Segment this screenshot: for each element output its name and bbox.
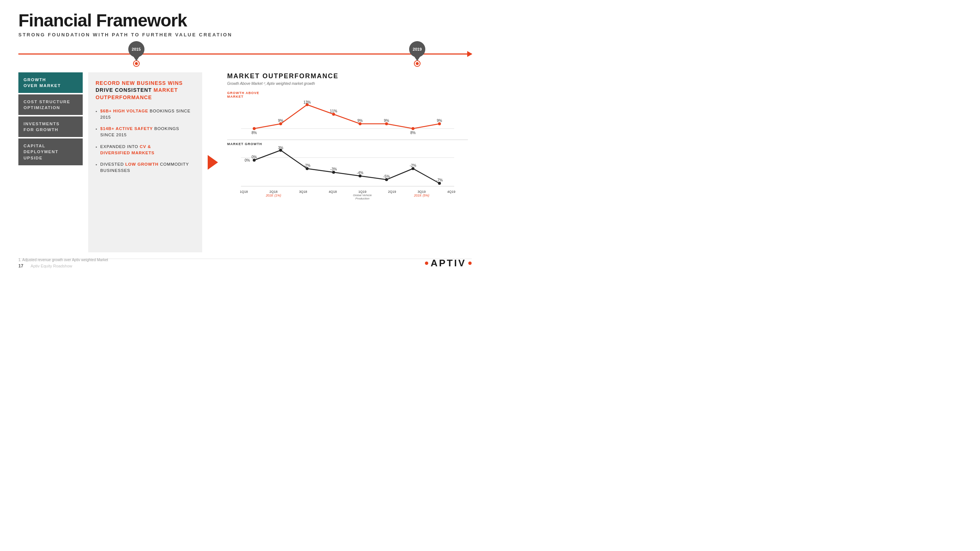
pin-dot-2015	[134, 61, 139, 66]
sidebar: GROWTHOVER MARKET COST STRUCTUREOPTIMIZA…	[18, 72, 83, 252]
x-sublabel-empty4	[377, 194, 407, 200]
bullet-highlight-4: LOW GROWTH	[125, 162, 158, 167]
chart-dot	[438, 122, 441, 125]
chart-title: MARKET OUTPERFORMANCE	[227, 72, 468, 80]
chart-divider	[227, 140, 468, 140]
x-labels: 1Q18 2Q18 3Q18 4Q18 1Q19 2Q19 3Q19 4Q19	[227, 190, 468, 194]
sub-title: STRONG FOUNDATION WITH PATH TO FURTHER V…	[18, 32, 472, 38]
timeline-pin-2015: 2015	[128, 41, 145, 66]
svg-text:9%: 9%	[437, 119, 442, 123]
svg-text:0%: 0%	[245, 158, 250, 162]
svg-text:-2%: -2%	[304, 164, 310, 167]
x-label-3q19: 3Q19	[407, 190, 437, 194]
chart-dot	[253, 127, 256, 130]
svg-text:8%: 8%	[251, 131, 257, 135]
footer-left: 1. Adjusted revenue growth over Aptiv we…	[18, 258, 108, 268]
pin-dot-2019	[415, 61, 420, 66]
sidebar-item-capital[interactable]: CAPITAL DEPLOYMENTUPSIDE	[18, 138, 83, 165]
chart-dot	[385, 122, 388, 125]
bullet-item-3: EXPANDED INTO CV &DIVERSIFIED MARKETS	[95, 144, 195, 157]
sidebar-item-growth[interactable]: GROWTHOVER MARKET	[18, 72, 83, 93]
market-dot	[438, 182, 441, 185]
middle-title-dark: DRIVE CONSISTENT MARKETOUTPERFORMANCE	[95, 87, 178, 100]
chart-dot	[279, 122, 282, 125]
pin-label-2019: 2019	[409, 41, 425, 57]
x-sublabel-empty2	[288, 194, 318, 200]
footer: 1. Adjusted revenue growth over Aptiv we…	[18, 257, 472, 269]
bullet-highlight-1: $6B+ HIGH VOLTAGE	[100, 109, 148, 113]
chart-area: GROWTH ABOVEMARKET	[227, 91, 468, 200]
svg-text:-7%: -7%	[436, 178, 443, 182]
main-title: Financial Framework	[18, 11, 472, 30]
market-dot	[253, 159, 256, 162]
x-label-1q19: 1Q19	[348, 190, 377, 194]
bullet-highlight-3: CV &DIVERSIFIED MARKETS	[100, 144, 154, 155]
middle-title-orange: RECORD NEW BUSINESS WINS	[95, 80, 183, 86]
market-dot	[412, 167, 415, 170]
svg-text:11%: 11%	[330, 109, 337, 113]
sidebar-item-cost[interactable]: COST STRUCTUREOPTIMIZATION	[18, 94, 83, 115]
content-area: GROWTHOVER MARKET COST STRUCTUREOPTIMIZA…	[18, 72, 472, 252]
market-dot	[306, 167, 309, 170]
logo-dot-right	[468, 262, 472, 265]
bullet-list: $6B+ HIGH VOLTAGE BOOKINGS SINCE 2015 $1…	[95, 108, 195, 174]
pin-label-2015: 2015	[128, 41, 145, 57]
x-label-3q18: 3Q18	[288, 190, 318, 194]
page-number: 17	[18, 264, 23, 268]
logo-text: APTIV	[430, 257, 466, 269]
market-dot	[332, 171, 335, 174]
x-label-2q18: 2Q18	[259, 190, 288, 194]
bullet-item-4: DIVESTED LOW GROWTH COMMODITY BUSINESSES	[95, 161, 195, 174]
middle-panel: RECORD NEW BUSINESS WINS DRIVE CONSISTEN…	[88, 72, 202, 252]
svg-text:9%: 9%	[384, 119, 389, 123]
logo-area: APTIV	[425, 257, 472, 269]
timeline-pin-2019: 2019	[409, 41, 425, 66]
x-label-2q19: 2Q19	[377, 190, 407, 194]
svg-text:3%: 3%	[278, 146, 283, 150]
chart-dot	[412, 127, 415, 130]
svg-text:9%: 9%	[278, 119, 283, 123]
x-sublabel-2019: 2019: (5%)	[407, 194, 437, 200]
x-label-4q18: 4Q18	[318, 190, 348, 194]
timeline-line	[18, 53, 472, 54]
svg-text:9%: 9%	[357, 119, 363, 123]
market-growth-label: MARKET GROWTH	[227, 142, 468, 146]
arrow-right-icon	[208, 155, 218, 170]
chart-dot	[359, 122, 362, 125]
page-label: Aptiv Equity Roadshow	[30, 264, 72, 268]
svg-text:-5%: -5%	[383, 175, 390, 178]
x-sublabel-empty3	[318, 194, 348, 200]
middle-title: RECORD NEW BUSINESS WINS DRIVE CONSISTEN…	[95, 80, 195, 102]
x-sublabel-gvp: Global VehicleProduction	[348, 194, 377, 200]
header: Financial Framework STRONG FOUNDATION WI…	[18, 11, 472, 38]
page: Financial Framework STRONG FOUNDATION WI…	[0, 0, 490, 275]
bullet-item-1: $6B+ HIGH VOLTAGE BOOKINGS SINCE 2015	[95, 108, 195, 121]
x-label-4q19: 4Q19	[436, 190, 466, 194]
svg-text:8%: 8%	[410, 131, 416, 135]
svg-text:-4%: -4%	[357, 171, 364, 175]
chart-dot	[332, 113, 335, 116]
x-sublabels: 2018: (1%) Global VehicleProduction 2019…	[227, 194, 468, 200]
growth-chart-svg: 8% 9% 13% 11% 9% 9% 8% 9%	[227, 99, 468, 136]
market-dot	[359, 175, 362, 178]
chart-subtitle: Growth Above Market ¹; Aptiv weighted ma…	[227, 81, 468, 86]
svg-text:13%: 13%	[303, 100, 310, 104]
timeline: 2015 2019	[18, 41, 472, 67]
x-sublabel-2018: 2018: (1%)	[259, 194, 288, 200]
footnote: 1. Adjusted revenue growth over Aptiv we…	[18, 258, 108, 262]
x-sublabel-empty1	[229, 194, 259, 200]
arrow-connector	[208, 72, 218, 252]
timeline-arrow	[467, 51, 473, 57]
bullet-item-2: $14B+ ACTIVE SAFETY BOOKINGS SINCE 2015	[95, 125, 195, 138]
svg-text:-2%: -2%	[410, 164, 417, 167]
logo-dot-left	[425, 262, 428, 265]
x-sublabel-empty5	[436, 194, 466, 200]
sidebar-item-investments[interactable]: INVESTMENTSFOR GROWTH	[18, 116, 83, 137]
right-panel: MARKET OUTPERFORMANCE Growth Above Marke…	[223, 72, 472, 252]
market-dot	[385, 178, 388, 181]
growth-above-label: GROWTH ABOVEMARKET	[227, 91, 468, 98]
svg-text:-3%: -3%	[331, 167, 337, 171]
market-chart-svg: 0% 0% 3% -2% -3% -4% -5% -2% -7%	[227, 146, 468, 187]
bullet-highlight-2: $14B+ ACTIVE SAFETY	[100, 126, 153, 131]
x-label-1q18: 1Q18	[229, 190, 259, 194]
